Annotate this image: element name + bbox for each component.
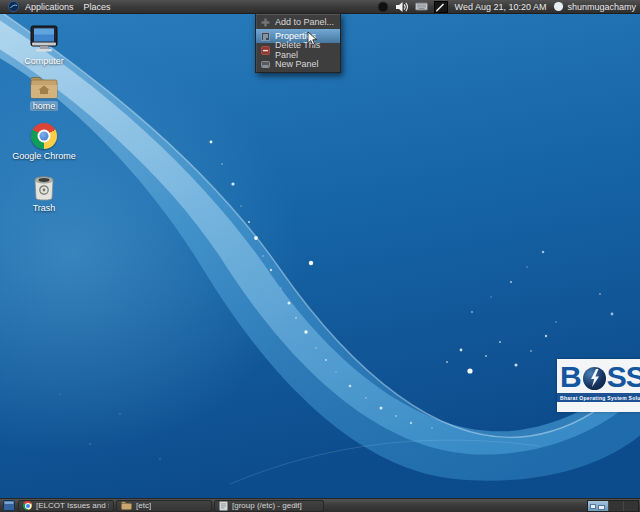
top-panel: Applications Places Wed Aug 21, 10:20 AM: [0, 0, 640, 14]
boss-logo-letters-ss: SS: [607, 362, 640, 392]
desktop: Applications Places Wed Aug 21, 10:20 AM: [0, 0, 640, 512]
username[interactable]: shunmugachamy: [567, 2, 640, 12]
computer-icon: [6, 25, 82, 54]
boss-logo: B SS Bharat Operating System Solutions: [557, 359, 640, 412]
bottom-panel: [ELCOT Issues and So... [etc] [group (/e…: [0, 498, 640, 512]
taskbar-task-gedit[interactable]: [group (/etc) - gedit]: [214, 500, 324, 512]
wallpaper: [0, 14, 640, 498]
clock[interactable]: Wed Aug 21, 10:20 AM: [451, 2, 551, 12]
task-label: [group (/etc) - gedit]: [232, 501, 302, 510]
boss-logo-icon: [8, 1, 19, 12]
trash-icon: [6, 174, 82, 201]
desktop-icon-home[interactable]: home: [6, 76, 82, 112]
user-presence-icon[interactable]: [553, 1, 564, 12]
status-circle-icon[interactable]: [377, 1, 389, 13]
gedit-task-icon: [219, 501, 228, 511]
volume-icon[interactable]: [395, 1, 409, 13]
menu-item-label: Add to Panel...: [275, 17, 334, 27]
mouse-cursor: [307, 31, 319, 47]
home-folder-icon: [6, 76, 82, 99]
desktop-icon-label: Trash: [6, 203, 82, 214]
google-chrome-icon: [6, 123, 82, 149]
desktop-icon-computer[interactable]: Computer: [6, 25, 82, 67]
taskbar-task-etc[interactable]: [etc]: [116, 500, 212, 512]
desktop-icon-google-chrome[interactable]: Google Chrome: [6, 123, 82, 162]
desktop-icon-label: Computer: [6, 56, 82, 67]
menu-item-delete-this-panel[interactable]: Delete This Panel: [256, 43, 340, 57]
workspace-3[interactable]: [623, 501, 638, 511]
add-to-panel-icon: [260, 18, 270, 27]
workspace-1-active[interactable]: [588, 501, 608, 511]
boss-globe-icon: [583, 367, 606, 390]
folder-task-icon: [121, 501, 132, 510]
show-desktop-button[interactable]: [2, 500, 15, 512]
menu-item-label: Delete This Panel: [275, 40, 336, 60]
keyboard-icon[interactable]: [415, 2, 428, 11]
boss-logo-subtitle: Bharat Operating System Solutions: [557, 393, 640, 402]
places-menu[interactable]: Places: [79, 0, 116, 13]
chrome-task-icon: [23, 501, 32, 510]
workspace-2[interactable]: [608, 501, 623, 511]
new-panel-icon: [260, 60, 270, 69]
workspace-switcher[interactable]: [587, 500, 639, 512]
task-label: [etc]: [136, 501, 151, 510]
desktop-icon-label: home: [6, 101, 82, 112]
places-label: Places: [84, 2, 111, 12]
menu-item-add-to-panel[interactable]: Add to Panel...: [256, 15, 340, 29]
applications-menu[interactable]: Applications: [0, 0, 79, 13]
desktop-icon-trash[interactable]: Trash: [6, 174, 82, 214]
delete-panel-icon: [260, 46, 270, 55]
menu-item-label: New Panel: [275, 59, 319, 69]
boss-logo-letter-b: B: [560, 362, 581, 392]
task-label: [ELCOT Issues and So...: [36, 501, 109, 510]
tablet-pen-icon[interactable]: [434, 1, 448, 13]
desktop-icon-label: Google Chrome: [6, 151, 82, 162]
properties-icon: [260, 32, 270, 41]
applications-label: Applications: [25, 2, 74, 12]
panel-context-menu: Add to Panel... Properties Delete This P…: [255, 13, 341, 73]
taskbar-task-elcot[interactable]: [ELCOT Issues and So...: [18, 500, 114, 512]
